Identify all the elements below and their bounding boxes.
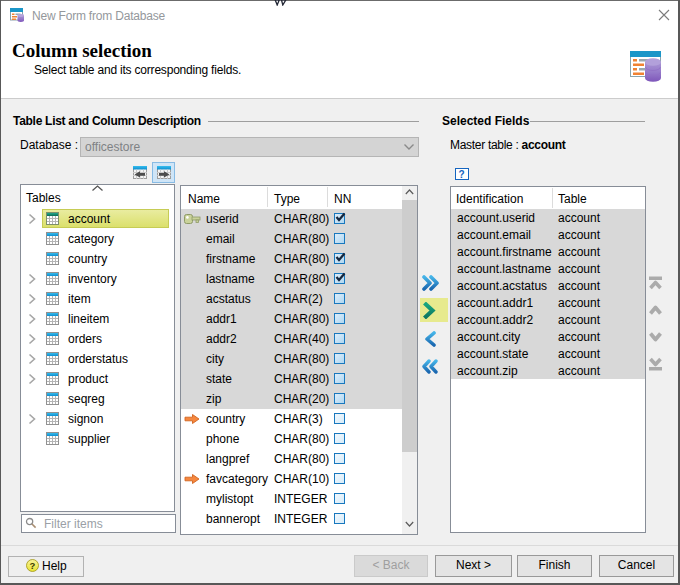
svg-text:?: ? bbox=[30, 560, 36, 571]
